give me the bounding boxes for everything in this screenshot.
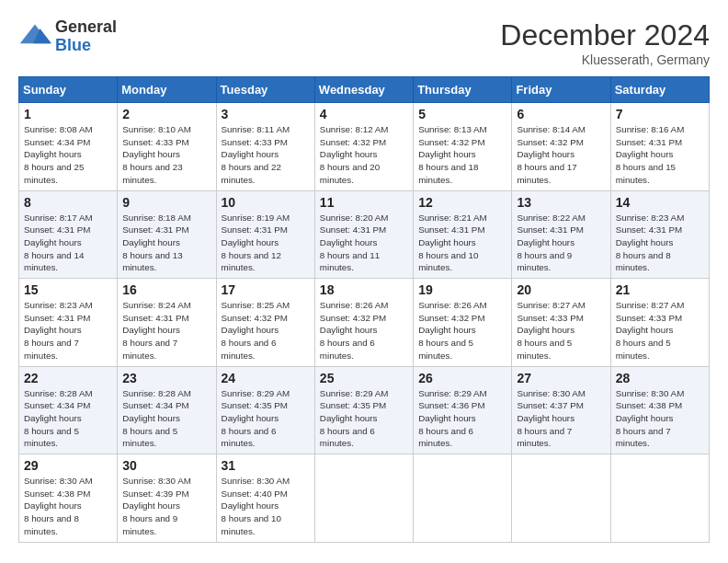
day-number: 29 — [24, 458, 112, 473]
sunrise-label: Sunrise: — [616, 124, 652, 134]
day-info: Sunrise: 8:14 AM Sunset: 4:32 PM Dayligh… — [517, 123, 605, 187]
day-number: 24 — [222, 371, 310, 385]
calendar-week-3: 15 Sunrise: 8:23 AM Sunset: 4:31 PM Dayl… — [19, 279, 710, 367]
calendar-cell: 25 Sunrise: 8:29 AM Sunset: 4:35 PM Dayl… — [314, 366, 413, 454]
day-info: Sunrise: 8:30 AM Sunset: 4:38 PM Dayligh… — [616, 387, 704, 451]
sunset-label: Sunset: — [418, 400, 451, 410]
sunset-value: 4:31 PM — [451, 224, 485, 235]
calendar-cell: 23 Sunrise: 8:28 AM Sunset: 4:34 PM Dayl… — [118, 366, 216, 454]
sunrise-value: 8:21 AM — [454, 213, 487, 223]
calendar-cell: 18 Sunrise: 8:26 AM Sunset: 4:32 PM Dayl… — [314, 279, 413, 367]
day-number: 30 — [122, 458, 210, 473]
sunrise-value: 8:27 AM — [651, 300, 684, 310]
daylight-label: Daylight hours — [418, 149, 476, 159]
sunrise-value: 8:24 AM — [158, 300, 191, 310]
sunset-label: Sunset: — [24, 137, 57, 147]
sunset-value: 4:34 PM — [57, 137, 91, 147]
sunset-value: 4:33 PM — [550, 313, 584, 323]
sunset-label: Sunset: — [517, 224, 550, 235]
daylight-label: Daylight hours — [320, 237, 378, 247]
calendar-cell: 20 Sunrise: 8:27 AM Sunset: 4:33 PM Dayl… — [512, 279, 610, 367]
sunrise-value: 8:12 AM — [356, 124, 389, 134]
calendar-cell: 1 Sunrise: 8:08 AM Sunset: 4:34 PM Dayli… — [19, 103, 118, 191]
sunset-value: 4:34 PM — [57, 400, 91, 410]
daylight-value: 8 hours and 6 minutes. — [222, 426, 277, 449]
day-info: Sunrise: 8:23 AM Sunset: 4:31 PM Dayligh… — [24, 299, 112, 362]
sunrise-value: 8:30 AM — [60, 476, 93, 486]
sunrise-label: Sunrise: — [418, 124, 454, 134]
day-number: 19 — [418, 282, 506, 297]
sunrise-label: Sunrise: — [122, 476, 158, 486]
daylight-label: Daylight hours — [616, 325, 674, 335]
sunrise-label: Sunrise: — [24, 300, 60, 310]
sunset-value: 4:31 PM — [550, 224, 584, 235]
daylight-value: 8 hours and 8 minutes. — [616, 250, 671, 273]
sunrise-label: Sunrise: — [24, 124, 60, 134]
daylight-value: 8 hours and 6 minutes. — [320, 426, 375, 449]
daylight-label: Daylight hours — [320, 325, 378, 335]
sunrise-value: 8:16 AM — [651, 124, 684, 134]
daylight-value: 8 hours and 11 minutes. — [320, 250, 380, 273]
day-info: Sunrise: 8:28 AM Sunset: 4:34 PM Dayligh… — [122, 387, 210, 451]
sunrise-label: Sunrise: — [320, 213, 356, 223]
sunrise-value: 8:19 AM — [256, 213, 290, 223]
day-info: Sunrise: 8:22 AM Sunset: 4:31 PM Dayligh… — [517, 212, 605, 275]
sunset-value: 4:35 PM — [353, 400, 387, 410]
sunrise-label: Sunrise: — [616, 213, 652, 223]
title-block: December 2024 Kluesserath, Germany — [500, 18, 710, 67]
calendar-cell — [512, 454, 610, 543]
daylight-value: 8 hours and 18 minutes. — [418, 162, 478, 185]
sunrise-value: 8:26 AM — [356, 300, 389, 310]
day-number: 12 — [418, 195, 506, 210]
calendar-cell: 16 Sunrise: 8:24 AM Sunset: 4:31 PM Dayl… — [118, 279, 216, 367]
calendar-cell: 24 Sunrise: 8:29 AM Sunset: 4:35 PM Dayl… — [216, 366, 314, 454]
daylight-value: 8 hours and 5 minutes. — [517, 338, 572, 361]
calendar-cell: 21 Sunrise: 8:27 AM Sunset: 4:33 PM Dayl… — [610, 279, 709, 367]
header-day-monday: Monday — [118, 77, 216, 103]
daylight-value: 8 hours and 12 minutes. — [222, 250, 281, 273]
calendar-cell: 13 Sunrise: 8:22 AM Sunset: 4:31 PM Dayl… — [512, 190, 610, 279]
daylight-value: 8 hours and 25 minutes. — [24, 162, 84, 185]
sunset-label: Sunset: — [122, 137, 155, 147]
sunrise-value: 8:29 AM — [454, 388, 487, 398]
day-number: 9 — [122, 195, 210, 210]
calendar-cell: 27 Sunrise: 8:30 AM Sunset: 4:37 PM Dayl… — [512, 366, 610, 454]
page-header: General Blue December 2024 Kluesserath, … — [18, 18, 710, 67]
daylight-label: Daylight hours — [517, 149, 574, 159]
sunset-value: 4:31 PM — [57, 313, 91, 323]
sunset-value: 4:31 PM — [255, 224, 289, 235]
day-number: 17 — [222, 282, 310, 297]
day-number: 22 — [24, 371, 112, 385]
sunset-label: Sunset: — [222, 400, 255, 410]
daylight-label: Daylight hours — [24, 500, 82, 511]
day-number: 26 — [418, 371, 506, 385]
sunrise-label: Sunrise: — [222, 213, 257, 223]
sunrise-label: Sunrise: — [517, 388, 552, 398]
sunrise-label: Sunrise: — [616, 300, 652, 310]
sunrise-label: Sunrise: — [320, 388, 356, 398]
sunset-value: 4:32 PM — [353, 313, 387, 323]
sunset-label: Sunset: — [24, 400, 57, 410]
day-number: 28 — [616, 371, 704, 385]
sunrise-value: 8:29 AM — [356, 388, 389, 398]
sunset-value: 4:33 PM — [649, 313, 683, 323]
daylight-label: Daylight hours — [222, 325, 279, 335]
sunrise-label: Sunrise: — [616, 388, 652, 398]
calendar-week-5: 29 Sunrise: 8:30 AM Sunset: 4:38 PM Dayl… — [19, 454, 710, 543]
sunset-value: 4:32 PM — [255, 313, 289, 323]
sunset-value: 4:33 PM — [155, 137, 189, 147]
daylight-label: Daylight hours — [24, 149, 82, 159]
day-info: Sunrise: 8:26 AM Sunset: 4:32 PM Dayligh… — [418, 299, 506, 362]
daylight-value: 8 hours and 6 minutes. — [320, 338, 375, 361]
sunset-value: 4:38 PM — [649, 400, 683, 410]
daylight-label: Daylight hours — [616, 237, 674, 247]
sunrise-value: 8:13 AM — [454, 124, 487, 134]
daylight-label: Daylight hours — [122, 325, 180, 335]
day-number: 25 — [320, 371, 408, 385]
day-info: Sunrise: 8:13 AM Sunset: 4:32 PM Dayligh… — [418, 123, 506, 187]
day-info: Sunrise: 8:17 AM Sunset: 4:31 PM Dayligh… — [24, 212, 112, 275]
daylight-value: 8 hours and 7 minutes. — [517, 426, 572, 449]
logo-text: General Blue — [55, 18, 117, 55]
sunrise-value: 8:22 AM — [552, 213, 586, 223]
day-number: 11 — [320, 195, 408, 210]
